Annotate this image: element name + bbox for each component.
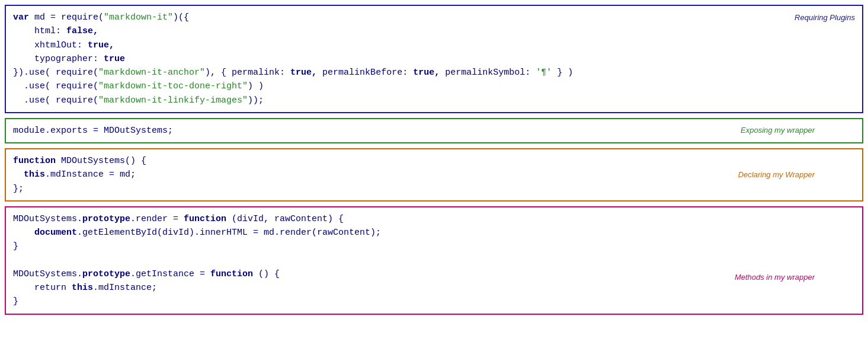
- annotation-methods-wrapper: Methods in my wrapper: [735, 271, 815, 283]
- code-block-orange: function MDOutSystems() { this.mdInstanc…: [13, 154, 855, 196]
- annotation-declaring-wrapper: Declaring my Wrapper: [738, 169, 815, 181]
- code-block-green: module.exports = MDOutSystems;: [13, 124, 855, 138]
- green-section: Exposing my wrapper module.exports = MDO…: [5, 118, 863, 143]
- code-block-blue: var md = require("markdown-it")({ html: …: [13, 11, 855, 107]
- pink-section: Methods in my wrapper MDOutSystems.proto…: [5, 206, 863, 315]
- annotation-exposing-wrapper: Exposing my wrapper: [741, 124, 815, 136]
- code-block-pink: MDOutSystems.prototype.render = function…: [13, 212, 855, 309]
- blue-section: Requiring Plugins var md = require("mark…: [5, 5, 863, 113]
- annotation-requiring-plugins: Requiring Plugins: [795, 12, 855, 24]
- orange-section: Declaring my Wrapper function MDOutSyste…: [5, 148, 863, 202]
